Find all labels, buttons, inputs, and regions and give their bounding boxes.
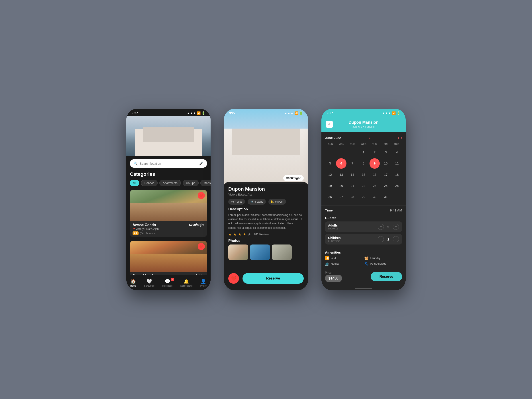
calendar: June 2022 › ‹ › SUN MON TUE WED THU FRI …: [321, 132, 406, 205]
booking-header-top: < Dupon Mansion Jun. 6-9 • 4 guests: [326, 118, 401, 128]
spec-baths: 🚿 8 baths: [248, 199, 266, 205]
cal-day-1[interactable]: 1: [358, 147, 369, 157]
cal-day-4[interactable]: 4: [392, 147, 402, 157]
nav-home-label: Home: [130, 285, 136, 287]
cal-day-20[interactable]: 20: [336, 181, 346, 191]
price-amount: $1450: [325, 275, 342, 282]
cal-day-24[interactable]: 24: [381, 181, 391, 191]
property-loc-1: Victory Estate, Ajah: [133, 228, 159, 231]
specs-row: 🛏 7 beds 🚿 8 baths 📐 5400m: [228, 199, 304, 205]
cal-day-31[interactable]: 31: [381, 192, 391, 202]
children-minus[interactable]: −: [378, 236, 384, 242]
rating-row-1: 4.2 (841 Reviews): [133, 231, 159, 235]
star-4: ★: [243, 232, 246, 236]
book-btn[interactable]: Reserve: [371, 272, 402, 281]
cal-day-7[interactable]: 7: [347, 158, 358, 168]
children-plus[interactable]: +: [393, 236, 399, 242]
cal-day-2[interactable]: 2: [369, 147, 380, 157]
children-label: Children: [328, 236, 341, 240]
cal-day-14[interactable]: 14: [347, 170, 358, 180]
amenities-title: Amenities: [325, 250, 402, 254]
cal-day-23[interactable]: 23: [369, 181, 380, 191]
cal-day-10[interactable]: 10: [381, 158, 391, 168]
cal-day-22[interactable]: 22: [358, 181, 369, 191]
nav-notifications[interactable]: 🔔 Notifications: [180, 279, 192, 287]
nav-profile[interactable]: 👤 Profile: [200, 279, 207, 287]
cal-empty: [347, 147, 358, 157]
favorite-btn-1[interactable]: ❤️: [198, 192, 205, 199]
photo-1[interactable]: [228, 245, 248, 260]
cal-day-6[interactable]: 6: [336, 158, 346, 168]
amenity-wifi: 📶 Wi-Fi: [325, 256, 363, 260]
nav-messages[interactable]: 💬 2 Messages: [162, 279, 172, 287]
day-sat: SAT: [391, 143, 402, 146]
photo-2[interactable]: [250, 245, 270, 260]
spec-beds: 🛏 7 beds: [228, 199, 245, 205]
cal-day-3[interactable]: 3: [381, 147, 391, 157]
cal-day-12[interactable]: 12: [325, 170, 335, 180]
status-bar-3: 9:27 ▲▲▲ 📶 🔋: [321, 109, 406, 116]
property-info-1: Awase Condo Victory Estate, Ajah 4.2 (84…: [130, 221, 207, 237]
nav-favourites[interactable]: 🤍 Favourites: [144, 279, 154, 287]
cal-day-21[interactable]: 21: [347, 181, 358, 191]
star-1: ★: [228, 232, 231, 236]
home-indicator-bar: [355, 288, 372, 289]
cal-day-17[interactable]: 17: [381, 170, 391, 180]
time-value: 9:41 AM: [390, 208, 402, 212]
children-counter: − 2 +: [378, 236, 399, 242]
reserve-btn[interactable]: Reserve: [242, 273, 304, 284]
categories-title: Categories: [126, 171, 211, 177]
nav-home[interactable]: 🏠 Home: [130, 279, 136, 287]
cat-condos[interactable]: Condos: [141, 180, 158, 186]
bell-icon: 🔔: [184, 279, 189, 284]
battery-icon-2: 🔋: [299, 111, 303, 115]
cal-day-8[interactable]: 8: [358, 158, 369, 168]
cal-day-5[interactable]: 5: [325, 158, 335, 168]
signal-icon-2: ▲▲▲: [284, 111, 293, 115]
booking-subtitle: Jun. 6-9 • 4 guests: [349, 125, 379, 128]
favorite-btn-2[interactable]: ❤️: [198, 243, 205, 250]
cat-apartments[interactable]: Apartments: [159, 180, 181, 186]
cal-day-18[interactable]: 18: [392, 170, 402, 180]
property-card-1[interactable]: ❤️ Awase Condo Victory Estate, Ajah 4.2 …: [130, 190, 207, 237]
cal-day-28[interactable]: 28: [347, 192, 358, 202]
detail-property-name: Dupon Mansion: [228, 186, 304, 192]
photo-3[interactable]: [272, 245, 292, 260]
cal-day-11[interactable]: 11: [392, 158, 402, 168]
search-bar[interactable]: 🔍 🎤: [130, 159, 207, 168]
cal-empty: [325, 147, 335, 157]
cat-coups[interactable]: Co-ups: [183, 180, 199, 186]
cal-day-29[interactable]: 29: [358, 192, 369, 202]
search-input[interactable]: [140, 162, 197, 165]
adults-plus[interactable]: +: [393, 224, 399, 230]
status-icons-3: ▲▲▲ 📶 🔋: [382, 111, 400, 115]
cal-day-19[interactable]: 19: [325, 181, 335, 191]
cal-day-26[interactable]: 26: [325, 192, 335, 202]
cal-day-30[interactable]: 30: [369, 192, 380, 202]
message-icon: 💬: [165, 279, 170, 284]
property-price-1: $700/night: [189, 223, 204, 227]
adults-counter: − 2 +: [378, 224, 399, 230]
cal-day-15[interactable]: 15: [358, 170, 369, 180]
cal-day-16[interactable]: 16: [369, 170, 380, 180]
back-button[interactable]: <: [326, 121, 333, 128]
adults-row: Adults above 12 − 2 +: [325, 222, 402, 232]
cal-empty: [336, 147, 346, 157]
adults-label: Adults: [328, 224, 338, 227]
mic-icon[interactable]: 🎤: [199, 161, 203, 165]
favorite-detail-btn[interactable]: ❤️: [228, 273, 239, 284]
cal-day-27[interactable]: 27: [336, 192, 346, 202]
time-label: Time: [325, 208, 333, 212]
next-month-btn[interactable]: ›: [401, 135, 402, 140]
cal-day-13[interactable]: 13: [336, 170, 346, 180]
wifi-icon-2: 📶: [294, 111, 298, 115]
calendar-grid: 1234567891011121314151617181920212223242…: [325, 147, 402, 202]
cat-mansion[interactable]: Mansion: [200, 180, 211, 186]
cal-day-9[interactable]: 9: [369, 158, 380, 168]
cal-day-25[interactable]: 25: [392, 181, 402, 191]
adults-minus[interactable]: −: [378, 224, 384, 230]
detail-bottom: ❤️ Reserve: [224, 270, 308, 290]
cat-all[interactable]: All: [130, 180, 139, 186]
amenities-grid: 📶 Wi-Fi 🧺 Laundry 📺 Netflix 🐾 Pets Allow…: [325, 256, 402, 266]
prev-month-btn[interactable]: ‹: [398, 135, 399, 140]
